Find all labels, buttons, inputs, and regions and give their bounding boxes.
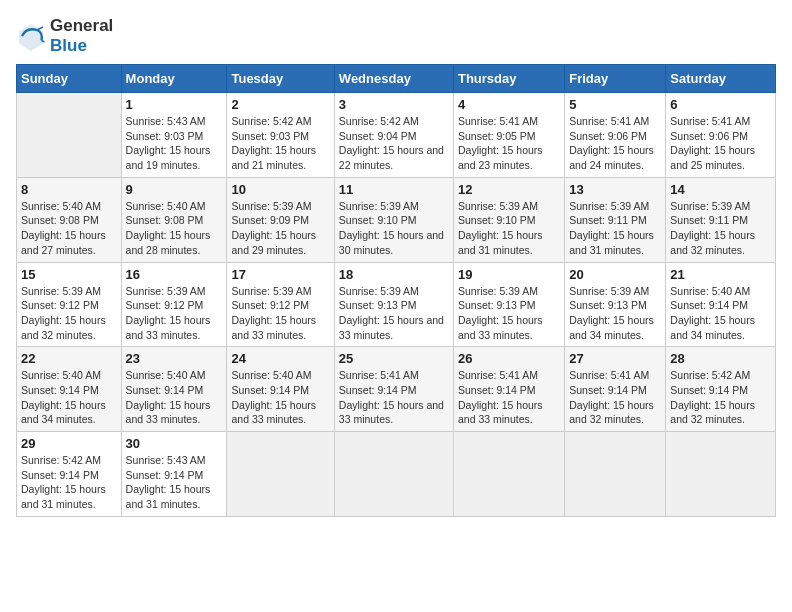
day-number: 12 <box>458 182 560 197</box>
day-info: Sunrise: 5:39 AM Sunset: 9:13 PM Dayligh… <box>569 285 654 341</box>
calendar-cell: 5 Sunrise: 5:41 AM Sunset: 9:06 PM Dayli… <box>565 93 666 178</box>
calendar-cell: 27 Sunrise: 5:41 AM Sunset: 9:14 PM Dayl… <box>565 347 666 432</box>
day-info: Sunrise: 5:41 AM Sunset: 9:14 PM Dayligh… <box>458 369 543 425</box>
day-number: 17 <box>231 267 329 282</box>
day-info: Sunrise: 5:43 AM Sunset: 9:14 PM Dayligh… <box>126 454 211 510</box>
day-info: Sunrise: 5:41 AM Sunset: 9:14 PM Dayligh… <box>569 369 654 425</box>
day-number: 16 <box>126 267 223 282</box>
calendar-cell: 18 Sunrise: 5:39 AM Sunset: 9:13 PM Dayl… <box>334 262 453 347</box>
day-info: Sunrise: 5:43 AM Sunset: 9:03 PM Dayligh… <box>126 115 211 171</box>
calendar-cell: 23 Sunrise: 5:40 AM Sunset: 9:14 PM Dayl… <box>121 347 227 432</box>
day-number: 3 <box>339 97 449 112</box>
day-info: Sunrise: 5:41 AM Sunset: 9:06 PM Dayligh… <box>569 115 654 171</box>
day-info: Sunrise: 5:40 AM Sunset: 9:08 PM Dayligh… <box>126 200 211 256</box>
calendar-cell: 25 Sunrise: 5:41 AM Sunset: 9:14 PM Dayl… <box>334 347 453 432</box>
day-number: 20 <box>569 267 661 282</box>
day-info: Sunrise: 5:39 AM Sunset: 9:10 PM Dayligh… <box>339 200 444 256</box>
day-info: Sunrise: 5:39 AM Sunset: 9:12 PM Dayligh… <box>231 285 316 341</box>
generalblue-icon <box>16 21 46 51</box>
day-info: Sunrise: 5:39 AM Sunset: 9:10 PM Dayligh… <box>458 200 543 256</box>
day-info: Sunrise: 5:42 AM Sunset: 9:03 PM Dayligh… <box>231 115 316 171</box>
day-number: 4 <box>458 97 560 112</box>
calendar-cell <box>17 93 122 178</box>
calendar-cell: 14 Sunrise: 5:39 AM Sunset: 9:11 PM Dayl… <box>666 177 776 262</box>
day-info: Sunrise: 5:42 AM Sunset: 9:14 PM Dayligh… <box>670 369 755 425</box>
calendar-week-2: 15 Sunrise: 5:39 AM Sunset: 9:12 PM Dayl… <box>17 262 776 347</box>
calendar-cell: 2 Sunrise: 5:42 AM Sunset: 9:03 PM Dayli… <box>227 93 334 178</box>
day-number: 25 <box>339 351 449 366</box>
calendar-cell: 11 Sunrise: 5:39 AM Sunset: 9:10 PM Dayl… <box>334 177 453 262</box>
day-info: Sunrise: 5:41 AM Sunset: 9:06 PM Dayligh… <box>670 115 755 171</box>
day-number: 22 <box>21 351 117 366</box>
day-number: 10 <box>231 182 329 197</box>
day-info: Sunrise: 5:40 AM Sunset: 9:08 PM Dayligh… <box>21 200 106 256</box>
day-number: 1 <box>126 97 223 112</box>
col-header-thursday: Thursday <box>453 65 564 93</box>
day-info: Sunrise: 5:39 AM Sunset: 9:12 PM Dayligh… <box>126 285 211 341</box>
day-number: 28 <box>670 351 771 366</box>
day-info: Sunrise: 5:39 AM Sunset: 9:11 PM Dayligh… <box>670 200 755 256</box>
calendar-cell: 28 Sunrise: 5:42 AM Sunset: 9:14 PM Dayl… <box>666 347 776 432</box>
col-header-friday: Friday <box>565 65 666 93</box>
day-info: Sunrise: 5:42 AM Sunset: 9:14 PM Dayligh… <box>21 454 106 510</box>
calendar-cell: 19 Sunrise: 5:39 AM Sunset: 9:13 PM Dayl… <box>453 262 564 347</box>
calendar-cell: 8 Sunrise: 5:40 AM Sunset: 9:08 PM Dayli… <box>17 177 122 262</box>
day-number: 18 <box>339 267 449 282</box>
calendar-table: SundayMondayTuesdayWednesdayThursdayFrid… <box>16 64 776 517</box>
day-info: Sunrise: 5:39 AM Sunset: 9:12 PM Dayligh… <box>21 285 106 341</box>
calendar-week-4: 29 Sunrise: 5:42 AM Sunset: 9:14 PM Dayl… <box>17 432 776 517</box>
calendar-cell: 24 Sunrise: 5:40 AM Sunset: 9:14 PM Dayl… <box>227 347 334 432</box>
day-number: 9 <box>126 182 223 197</box>
col-header-tuesday: Tuesday <box>227 65 334 93</box>
calendar-cell <box>666 432 776 517</box>
header: General Blue <box>16 16 776 56</box>
day-number: 8 <box>21 182 117 197</box>
day-number: 2 <box>231 97 329 112</box>
day-number: 19 <box>458 267 560 282</box>
day-info: Sunrise: 5:40 AM Sunset: 9:14 PM Dayligh… <box>126 369 211 425</box>
calendar-cell <box>227 432 334 517</box>
calendar-cell: 4 Sunrise: 5:41 AM Sunset: 9:05 PM Dayli… <box>453 93 564 178</box>
calendar-cell: 9 Sunrise: 5:40 AM Sunset: 9:08 PM Dayli… <box>121 177 227 262</box>
calendar-cell: 15 Sunrise: 5:39 AM Sunset: 9:12 PM Dayl… <box>17 262 122 347</box>
calendar-cell: 12 Sunrise: 5:39 AM Sunset: 9:10 PM Dayl… <box>453 177 564 262</box>
day-info: Sunrise: 5:42 AM Sunset: 9:04 PM Dayligh… <box>339 115 444 171</box>
day-number: 23 <box>126 351 223 366</box>
calendar-cell: 17 Sunrise: 5:39 AM Sunset: 9:12 PM Dayl… <box>227 262 334 347</box>
calendar-cell <box>565 432 666 517</box>
calendar-cell <box>334 432 453 517</box>
calendar-cell: 30 Sunrise: 5:43 AM Sunset: 9:14 PM Dayl… <box>121 432 227 517</box>
day-number: 24 <box>231 351 329 366</box>
col-header-sunday: Sunday <box>17 65 122 93</box>
day-info: Sunrise: 5:41 AM Sunset: 9:14 PM Dayligh… <box>339 369 444 425</box>
day-info: Sunrise: 5:39 AM Sunset: 9:13 PM Dayligh… <box>458 285 543 341</box>
calendar-week-1: 8 Sunrise: 5:40 AM Sunset: 9:08 PM Dayli… <box>17 177 776 262</box>
calendar-cell: 10 Sunrise: 5:39 AM Sunset: 9:09 PM Dayl… <box>227 177 334 262</box>
calendar-cell: 3 Sunrise: 5:42 AM Sunset: 9:04 PM Dayli… <box>334 93 453 178</box>
day-number: 26 <box>458 351 560 366</box>
col-header-wednesday: Wednesday <box>334 65 453 93</box>
day-info: Sunrise: 5:39 AM Sunset: 9:13 PM Dayligh… <box>339 285 444 341</box>
day-info: Sunrise: 5:41 AM Sunset: 9:05 PM Dayligh… <box>458 115 543 171</box>
day-number: 13 <box>569 182 661 197</box>
logo-general: General <box>50 16 113 35</box>
calendar-body: 1 Sunrise: 5:43 AM Sunset: 9:03 PM Dayli… <box>17 93 776 517</box>
day-number: 27 <box>569 351 661 366</box>
day-info: Sunrise: 5:39 AM Sunset: 9:09 PM Dayligh… <box>231 200 316 256</box>
calendar-header-row: SundayMondayTuesdayWednesdayThursdayFrid… <box>17 65 776 93</box>
calendar-cell: 21 Sunrise: 5:40 AM Sunset: 9:14 PM Dayl… <box>666 262 776 347</box>
calendar-cell: 22 Sunrise: 5:40 AM Sunset: 9:14 PM Dayl… <box>17 347 122 432</box>
logo: General Blue <box>16 16 113 56</box>
day-number: 11 <box>339 182 449 197</box>
day-number: 6 <box>670 97 771 112</box>
day-info: Sunrise: 5:40 AM Sunset: 9:14 PM Dayligh… <box>670 285 755 341</box>
day-number: 15 <box>21 267 117 282</box>
day-number: 14 <box>670 182 771 197</box>
calendar-cell <box>453 432 564 517</box>
day-info: Sunrise: 5:40 AM Sunset: 9:14 PM Dayligh… <box>21 369 106 425</box>
calendar-week-3: 22 Sunrise: 5:40 AM Sunset: 9:14 PM Dayl… <box>17 347 776 432</box>
day-number: 30 <box>126 436 223 451</box>
col-header-monday: Monday <box>121 65 227 93</box>
calendar-cell: 13 Sunrise: 5:39 AM Sunset: 9:11 PM Dayl… <box>565 177 666 262</box>
calendar-cell: 1 Sunrise: 5:43 AM Sunset: 9:03 PM Dayli… <box>121 93 227 178</box>
